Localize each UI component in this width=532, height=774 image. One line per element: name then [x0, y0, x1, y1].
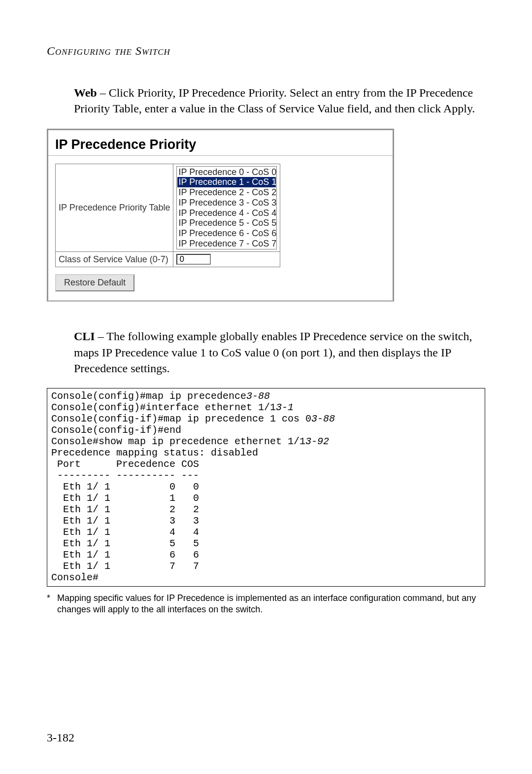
cli-text: – The following example globally enables… — [74, 330, 472, 375]
footnote-mark: * — [47, 593, 50, 615]
web-text: – Click Priority, IP Precedence Priority… — [74, 86, 475, 115]
listbox-option[interactable]: IP Precedence 6 - CoS 6 — [177, 228, 276, 239]
listbox-option[interactable]: IP Precedence 4 - CoS 4 — [177, 208, 276, 218]
listbox-option[interactable]: IP Precedence 7 - CoS 7 — [177, 239, 276, 249]
panel-heading: IP Precedence Priority — [55, 137, 386, 152]
listbox-option[interactable]: IP Precedence 1 - CoS 1 — [177, 177, 276, 187]
cos-label-cell: Class of Service Value (0-7) — [56, 252, 173, 267]
cli-paragraph: CLI – The following example globally ena… — [74, 328, 480, 376]
divider — [48, 155, 393, 156]
footnote-text: Mapping specific values for IP Precedenc… — [57, 593, 485, 615]
listbox-option[interactable]: IP Precedence 2 - CoS 2 — [177, 187, 276, 198]
web-paragraph: Web – Click Priority, IP Precedence Prio… — [74, 85, 480, 117]
page-number: 3-182 — [47, 731, 74, 744]
cos-value-input[interactable] — [176, 254, 211, 265]
table-value-cell: IP Precedence 0 - CoS 0IP Precedence 1 -… — [173, 164, 280, 252]
listbox-option[interactable]: IP Precedence 3 - CoS 3 — [177, 198, 276, 208]
restore-default-button[interactable]: Restore Default — [55, 274, 134, 291]
config-table: IP Precedence Priority Table IP Preceden… — [55, 164, 280, 268]
table-row: Class of Service Value (0-7) — [56, 252, 280, 267]
table-row: IP Precedence Priority Table IP Preceden… — [56, 164, 280, 252]
ip-precedence-panel: IP Precedence Priority IP Precedence Pri… — [47, 129, 394, 302]
web-lead: Web — [74, 86, 97, 99]
cli-lead: CLI — [74, 330, 95, 343]
ip-precedence-listbox[interactable]: IP Precedence 0 - CoS 0IP Precedence 1 -… — [176, 166, 277, 250]
cli-output: Console(config)#map ip precedence3-88Con… — [47, 388, 485, 587]
table-label-cell: IP Precedence Priority Table — [56, 164, 173, 252]
chapter-title: Configuring the Switch — [47, 44, 485, 58]
listbox-option[interactable]: IP Precedence 0 - CoS 0 — [177, 167, 276, 177]
footnote: * Mapping specific values for IP Precede… — [47, 593, 485, 615]
cos-value-cell — [173, 252, 280, 267]
listbox-option[interactable]: IP Precedence 5 - CoS 5 — [177, 218, 276, 228]
